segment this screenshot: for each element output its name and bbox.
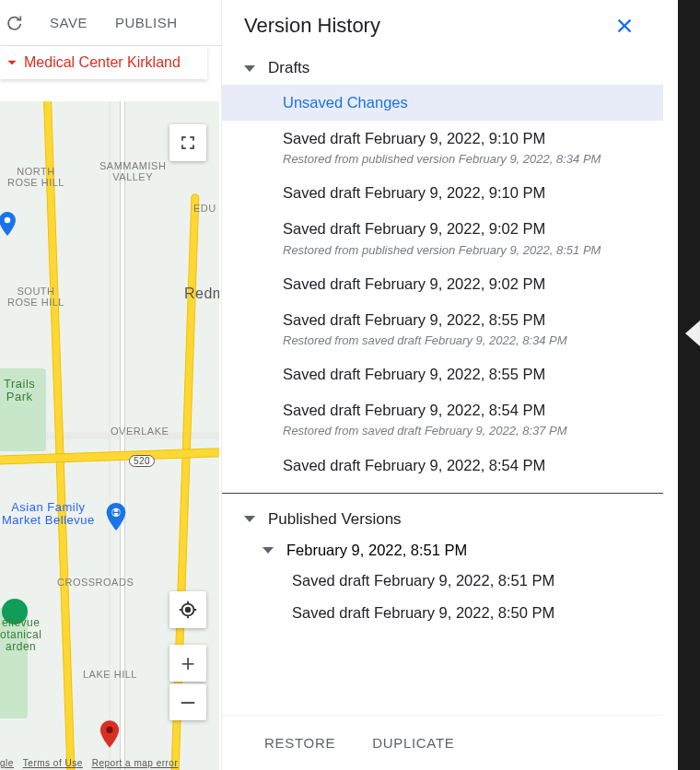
- version-history-panel: Version History Drafts Unsaved ChangesSa…: [221, 0, 663, 770]
- place-chip-label: Medical Center Kirkland: [24, 54, 181, 71]
- duplicate-button[interactable]: DUPLICATE: [372, 735, 454, 751]
- chevron-down-icon: [6, 56, 18, 69]
- panel-header: Version History: [222, 0, 663, 52]
- place-chip[interactable]: Medical Center Kirkland: [0, 46, 207, 79]
- chevron-down-icon: [244, 516, 255, 522]
- save-button[interactable]: SAVE: [50, 15, 88, 30]
- published-group-label: February 9, 2022, 8:51 PM: [286, 542, 467, 559]
- draft-entry-note: Restored from published version February…: [283, 242, 641, 259]
- map-label: ellevueotanicalarden: [0, 617, 41, 654]
- draft-entry-label: Saved draft February 9, 2022, 9:10 PM: [283, 130, 545, 146]
- panel-title: Version History: [244, 14, 380, 38]
- map-label: LAKE HILL: [83, 669, 137, 680]
- highway-shield: 520: [129, 455, 155, 467]
- draft-entry-label: Unsaved Changes: [283, 94, 408, 111]
- window-edge: [678, 0, 700, 770]
- draft-entry-note: Restored from saved draft February 9, 20…: [283, 423, 641, 439]
- chevron-down-icon: [244, 65, 255, 72]
- draft-entry-note: Restored from published version February…: [283, 151, 641, 168]
- published-group-toggle[interactable]: February 9, 2022, 8:51 PM: [222, 536, 663, 565]
- draft-entry-label: Saved draft February 9, 2022, 8:54 PM: [283, 457, 545, 473]
- map-pin-icon: [0, 212, 17, 236]
- restore-button[interactable]: RESTORE: [264, 735, 335, 751]
- chevron-down-icon: [262, 547, 274, 554]
- zoom-in-button[interactable]: +: [169, 645, 206, 682]
- close-button[interactable]: [608, 9, 641, 42]
- published-entry-label: Saved draft February 9, 2022, 8:50 PM: [292, 604, 554, 621]
- target-icon: [178, 600, 198, 620]
- fullscreen-icon: [180, 134, 196, 151]
- road: [43, 101, 76, 770]
- drafts-section-label: Drafts: [268, 59, 309, 77]
- published-entry[interactable]: Saved draft February 9, 2022, 8:51 PM: [222, 565, 663, 597]
- section-divider: [222, 493, 663, 494]
- panel-body: Drafts Unsaved ChangesSaved draft Februa…: [222, 52, 663, 715]
- map-pin-icon: [105, 503, 127, 531]
- draft-entry[interactable]: Saved draft February 9, 2022, 8:54 PMRes…: [222, 392, 663, 447]
- locate-button[interactable]: [169, 591, 206, 628]
- draft-entry[interactable]: Saved draft February 9, 2022, 8:55 PMRes…: [222, 302, 663, 356]
- fullscreen-button[interactable]: [169, 124, 206, 161]
- map-label: CROSSROADS: [57, 577, 134, 588]
- zoom-out-button[interactable]: −: [169, 683, 206, 720]
- draft-entry[interactable]: Saved draft February 9, 2022, 8:54 PM: [222, 448, 663, 484]
- map-label: Asian FamilyMarket Bellevue: [2, 501, 95, 528]
- draft-entry-note: Restored from saved draft February 9, 20…: [283, 332, 641, 349]
- map-label: NORTHROSE HILL: [7, 166, 64, 188]
- draft-entry[interactable]: Saved draft February 9, 2022, 9:02 PM: [222, 266, 663, 302]
- published-section-toggle[interactable]: Published Versions: [222, 503, 663, 536]
- map-canvas[interactable]: NORTHROSE HILL SAMMAMISHVALLEY EDU SOUTH…: [0, 101, 219, 770]
- map-label: OVERLAKE: [111, 426, 169, 437]
- draft-entry-label: Saved draft February 9, 2022, 9:02 PM: [283, 220, 545, 237]
- editor-appbar: SAVE PUBLISH: [0, 0, 221, 46]
- svg-point-0: [5, 217, 11, 224]
- svg-point-4: [186, 608, 191, 612]
- draft-entry[interactable]: Saved draft February 9, 2022, 9:10 PMRes…: [222, 121, 663, 175]
- map-label: SAMMAMISHVALLEY: [99, 160, 166, 182]
- map-label: SOUTHROSE HILL: [7, 286, 64, 308]
- close-icon: [614, 16, 635, 36]
- draft-entry-label: Saved draft February 9, 2022, 9:02 PM: [283, 275, 545, 292]
- map-pin-icon: [99, 720, 120, 748]
- drafts-list: Unsaved ChangesSaved draft February 9, 2…: [222, 85, 663, 484]
- drafts-section-toggle[interactable]: Drafts: [222, 52, 663, 85]
- published-section-label: Published Versions: [268, 510, 402, 529]
- map-attribution[interactable]: gle Terms of Use Report a map error: [0, 758, 178, 768]
- map-label: Redm: [184, 286, 219, 302]
- draft-entry[interactable]: Saved draft February 9, 2022, 9:02 PMRes…: [222, 211, 663, 265]
- publish-button[interactable]: PUBLISH: [115, 15, 178, 30]
- published-entry[interactable]: Saved draft February 9, 2022, 8:50 PM: [222, 597, 663, 629]
- map-label: TrailsPark: [4, 378, 35, 404]
- draft-entry-label: Saved draft February 9, 2022, 8:54 PM: [283, 402, 545, 418]
- draft-entry[interactable]: Unsaved Changes: [222, 85, 663, 121]
- draft-entry[interactable]: Saved draft February 9, 2022, 9:10 PM: [222, 175, 663, 211]
- svg-point-2: [106, 727, 112, 733]
- redo-icon[interactable]: [4, 14, 22, 32]
- draft-entry-label: Saved draft February 9, 2022, 8:55 PM: [283, 366, 545, 382]
- published-entry-label: Saved draft February 9, 2022, 8:51 PM: [292, 572, 554, 589]
- draft-entry-label: Saved draft February 9, 2022, 9:10 PM: [283, 184, 545, 201]
- published-list: Saved draft February 9, 2022, 8:51 PMSav…: [222, 565, 663, 629]
- draft-entry-label: Saved draft February 9, 2022, 8:55 PM: [283, 311, 545, 328]
- panel-footer: RESTORE DUPLICATE: [222, 715, 663, 770]
- draft-entry[interactable]: Saved draft February 9, 2022, 8:55 PM: [222, 356, 663, 392]
- collapse-chevron-icon[interactable]: [685, 321, 700, 346]
- map-label: EDU: [193, 203, 216, 214]
